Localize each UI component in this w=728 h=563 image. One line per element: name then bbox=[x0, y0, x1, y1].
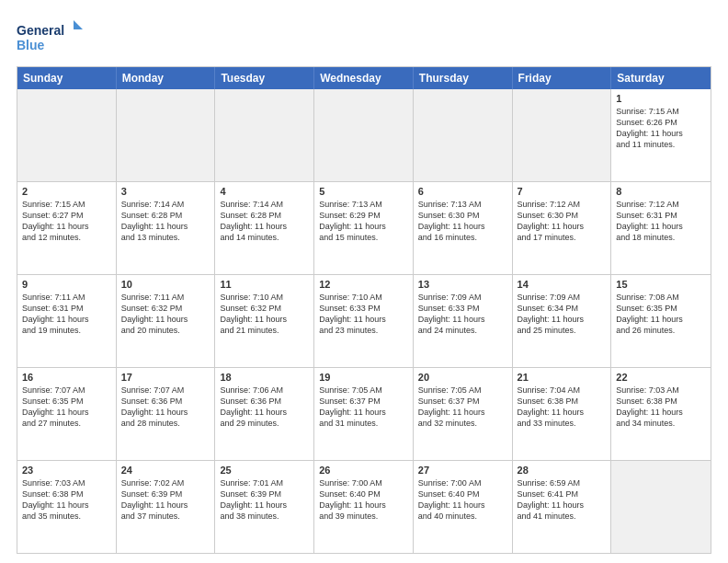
cal-cell: 22Sunrise: 7:03 AM Sunset: 6:38 PM Dayli… bbox=[611, 368, 711, 460]
cal-cell: 12Sunrise: 7:10 AM Sunset: 6:33 PM Dayli… bbox=[314, 275, 414, 367]
cal-cell: 5Sunrise: 7:13 AM Sunset: 6:29 PM Daylig… bbox=[314, 182, 414, 274]
day-number: 18 bbox=[220, 372, 309, 383]
day-info: Sunrise: 7:02 AM Sunset: 6:39 PM Dayligh… bbox=[121, 477, 210, 523]
day-number: 25 bbox=[220, 465, 309, 476]
cal-week-4: 16Sunrise: 7:07 AM Sunset: 6:35 PM Dayli… bbox=[17, 368, 711, 461]
cal-header-sunday: Sunday bbox=[17, 67, 117, 89]
day-info: Sunrise: 7:15 AM Sunset: 6:26 PM Dayligh… bbox=[616, 106, 706, 151]
day-info: Sunrise: 7:14 AM Sunset: 6:28 PM Dayligh… bbox=[220, 199, 309, 244]
logo: General Blue bbox=[17, 17, 90, 57]
calendar: SundayMondayTuesdayWednesdayThursdayFrid… bbox=[17, 66, 711, 554]
day-info: Sunrise: 7:01 AM Sunset: 6:39 PM Dayligh… bbox=[220, 477, 309, 523]
cal-week-1: 1Sunrise: 7:15 AM Sunset: 6:26 PM Daylig… bbox=[17, 89, 711, 182]
day-number: 8 bbox=[616, 186, 706, 197]
day-info: Sunrise: 7:12 AM Sunset: 6:31 PM Dayligh… bbox=[616, 199, 706, 244]
day-number: 5 bbox=[319, 186, 408, 197]
day-number: 11 bbox=[220, 279, 309, 290]
day-info: Sunrise: 7:08 AM Sunset: 6:35 PM Dayligh… bbox=[616, 292, 706, 337]
day-number: 13 bbox=[418, 279, 507, 290]
svg-marker-2 bbox=[74, 20, 83, 29]
cal-cell: 2Sunrise: 7:15 AM Sunset: 6:27 PM Daylig… bbox=[17, 182, 117, 274]
cal-cell: 20Sunrise: 7:05 AM Sunset: 6:37 PM Dayli… bbox=[414, 368, 513, 460]
day-info: Sunrise: 7:06 AM Sunset: 6:36 PM Dayligh… bbox=[220, 385, 309, 430]
cal-header-wednesday: Wednesday bbox=[314, 67, 414, 89]
cal-week-2: 2Sunrise: 7:15 AM Sunset: 6:27 PM Daylig… bbox=[17, 182, 711, 275]
day-info: Sunrise: 7:07 AM Sunset: 6:36 PM Dayligh… bbox=[121, 385, 210, 430]
day-info: Sunrise: 7:11 AM Sunset: 6:32 PM Dayligh… bbox=[121, 292, 210, 337]
day-number: 9 bbox=[22, 279, 111, 290]
cal-header-saturday: Saturday bbox=[611, 67, 711, 89]
calendar-body: 1Sunrise: 7:15 AM Sunset: 6:26 PM Daylig… bbox=[17, 89, 711, 553]
day-info: Sunrise: 7:00 AM Sunset: 6:40 PM Dayligh… bbox=[319, 477, 408, 523]
cal-cell bbox=[17, 89, 117, 181]
cal-cell: 10Sunrise: 7:11 AM Sunset: 6:32 PM Dayli… bbox=[117, 275, 216, 367]
cal-cell bbox=[314, 89, 414, 181]
day-info: Sunrise: 6:59 AM Sunset: 6:41 PM Dayligh… bbox=[518, 477, 607, 523]
day-number: 12 bbox=[319, 279, 408, 290]
day-info: Sunrise: 7:14 AM Sunset: 6:28 PM Dayligh… bbox=[121, 199, 210, 244]
cal-cell: 16Sunrise: 7:07 AM Sunset: 6:35 PM Dayli… bbox=[17, 368, 117, 460]
day-info: Sunrise: 7:09 AM Sunset: 6:34 PM Dayligh… bbox=[518, 292, 607, 337]
day-info: Sunrise: 7:11 AM Sunset: 6:31 PM Dayligh… bbox=[22, 292, 111, 337]
cal-cell: 25Sunrise: 7:01 AM Sunset: 6:39 PM Dayli… bbox=[215, 461, 314, 553]
cal-cell: 7Sunrise: 7:12 AM Sunset: 6:30 PM Daylig… bbox=[513, 182, 612, 274]
cal-cell: 3Sunrise: 7:14 AM Sunset: 6:28 PM Daylig… bbox=[117, 182, 216, 274]
day-info: Sunrise: 7:03 AM Sunset: 6:38 PM Dayligh… bbox=[22, 477, 111, 523]
cal-header-tuesday: Tuesday bbox=[215, 67, 314, 89]
cal-header-friday: Friday bbox=[513, 67, 612, 89]
cal-cell: 23Sunrise: 7:03 AM Sunset: 6:38 PM Dayli… bbox=[17, 461, 117, 553]
day-info: Sunrise: 7:10 AM Sunset: 6:32 PM Dayligh… bbox=[220, 292, 309, 337]
day-number: 2 bbox=[22, 186, 111, 197]
cal-cell bbox=[215, 89, 314, 181]
page: General Blue SundayMondayTuesdayWednesda… bbox=[0, 0, 728, 563]
day-number: 6 bbox=[418, 186, 507, 197]
cal-cell: 14Sunrise: 7:09 AM Sunset: 6:34 PM Dayli… bbox=[513, 275, 612, 367]
day-info: Sunrise: 7:09 AM Sunset: 6:33 PM Dayligh… bbox=[418, 292, 507, 337]
cal-week-5: 23Sunrise: 7:03 AM Sunset: 6:38 PM Dayli… bbox=[17, 461, 711, 553]
day-info: Sunrise: 7:13 AM Sunset: 6:29 PM Dayligh… bbox=[319, 199, 408, 244]
day-info: Sunrise: 7:00 AM Sunset: 6:40 PM Dayligh… bbox=[418, 477, 507, 523]
cal-cell: 26Sunrise: 7:00 AM Sunset: 6:40 PM Dayli… bbox=[314, 461, 414, 553]
cal-cell: 6Sunrise: 7:13 AM Sunset: 6:30 PM Daylig… bbox=[414, 182, 513, 274]
cal-cell bbox=[117, 89, 216, 181]
day-number: 20 bbox=[418, 372, 507, 383]
day-number: 4 bbox=[220, 186, 309, 197]
day-info: Sunrise: 7:13 AM Sunset: 6:30 PM Dayligh… bbox=[418, 199, 507, 244]
day-number: 1 bbox=[616, 93, 706, 104]
calendar-header: SundayMondayTuesdayWednesdayThursdayFrid… bbox=[17, 67, 711, 89]
cal-cell: 19Sunrise: 7:05 AM Sunset: 6:37 PM Dayli… bbox=[314, 368, 414, 460]
header: General Blue bbox=[17, 17, 711, 57]
day-number: 19 bbox=[319, 372, 408, 383]
cal-header-monday: Monday bbox=[117, 67, 216, 89]
cal-cell bbox=[611, 461, 711, 553]
day-info: Sunrise: 7:04 AM Sunset: 6:38 PM Dayligh… bbox=[518, 385, 607, 430]
cal-cell: 1Sunrise: 7:15 AM Sunset: 6:26 PM Daylig… bbox=[611, 89, 711, 181]
day-info: Sunrise: 7:05 AM Sunset: 6:37 PM Dayligh… bbox=[418, 385, 507, 430]
cal-cell: 11Sunrise: 7:10 AM Sunset: 6:32 PM Dayli… bbox=[215, 275, 314, 367]
cal-week-3: 9Sunrise: 7:11 AM Sunset: 6:31 PM Daylig… bbox=[17, 275, 711, 368]
day-info: Sunrise: 7:03 AM Sunset: 6:38 PM Dayligh… bbox=[616, 385, 706, 430]
cal-cell: 13Sunrise: 7:09 AM Sunset: 6:33 PM Dayli… bbox=[414, 275, 513, 367]
logo-svg: General Blue bbox=[17, 17, 90, 57]
cal-cell: 21Sunrise: 7:04 AM Sunset: 6:38 PM Dayli… bbox=[513, 368, 612, 460]
cal-cell: 15Sunrise: 7:08 AM Sunset: 6:35 PM Dayli… bbox=[611, 275, 711, 367]
cal-cell bbox=[414, 89, 513, 181]
day-number: 15 bbox=[616, 279, 706, 290]
cal-header-thursday: Thursday bbox=[414, 67, 513, 89]
day-number: 27 bbox=[418, 465, 507, 476]
day-info: Sunrise: 7:15 AM Sunset: 6:27 PM Dayligh… bbox=[22, 199, 111, 244]
day-number: 3 bbox=[121, 186, 210, 197]
day-info: Sunrise: 7:07 AM Sunset: 6:35 PM Dayligh… bbox=[22, 385, 111, 430]
cal-cell: 9Sunrise: 7:11 AM Sunset: 6:31 PM Daylig… bbox=[17, 275, 117, 367]
cal-cell bbox=[513, 89, 612, 181]
day-number: 22 bbox=[616, 372, 706, 383]
cal-cell: 4Sunrise: 7:14 AM Sunset: 6:28 PM Daylig… bbox=[215, 182, 314, 274]
day-number: 7 bbox=[518, 186, 607, 197]
day-number: 17 bbox=[121, 372, 210, 383]
cal-cell: 24Sunrise: 7:02 AM Sunset: 6:39 PM Dayli… bbox=[117, 461, 216, 553]
day-number: 10 bbox=[121, 279, 210, 290]
svg-text:General: General bbox=[17, 23, 64, 38]
cal-cell: 17Sunrise: 7:07 AM Sunset: 6:36 PM Dayli… bbox=[117, 368, 216, 460]
day-number: 21 bbox=[518, 372, 607, 383]
day-number: 16 bbox=[22, 372, 111, 383]
